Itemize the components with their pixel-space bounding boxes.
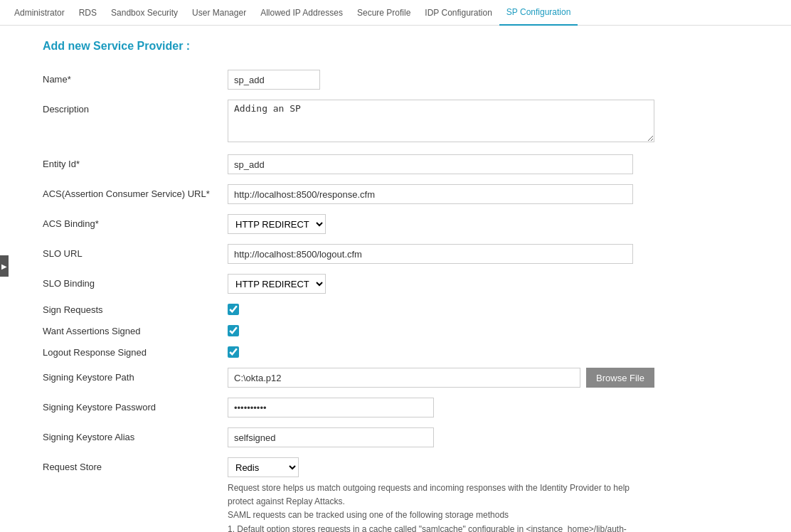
nav-secure-profile[interactable]: Secure Profile xyxy=(350,0,418,26)
signing-keystore-password-row: Signing Keystore Password xyxy=(43,398,763,417)
slo-url-input[interactable] xyxy=(228,244,633,264)
acs-url-row: ACS(Assertion Consumer Service) URL* xyxy=(43,184,763,204)
description-textarea[interactable] xyxy=(228,100,654,142)
nav-allowed-ip[interactable]: Allowed IP Addresses xyxy=(253,0,350,26)
want-assertions-signed-row: Want Assertions Signed xyxy=(43,325,763,336)
signing-keystore-alias-label: Signing Keystore Alias xyxy=(43,427,228,442)
acs-binding-row: ACS Binding* HTTP REDIRECT HTTP POST xyxy=(43,214,763,234)
info-line1: Request store helps us match outgoing re… xyxy=(228,482,654,509)
want-assertions-signed-checkbox[interactable] xyxy=(228,325,239,336)
slo-url-control xyxy=(228,244,654,264)
page-title: Add new Service Provider : xyxy=(43,40,763,53)
entity-id-label: Entity Id* xyxy=(43,154,228,169)
nav-administrator[interactable]: Administrator xyxy=(7,0,72,26)
slo-binding-label: SLO Binding xyxy=(43,274,228,289)
slo-url-row: SLO URL xyxy=(43,244,763,264)
signing-keystore-password-input[interactable] xyxy=(228,398,434,417)
acs-url-input[interactable] xyxy=(228,184,633,204)
signing-keystore-alias-input[interactable] xyxy=(228,427,434,447)
side-toggle[interactable]: ▶ xyxy=(0,255,9,277)
name-row: Name* xyxy=(43,70,763,90)
name-control xyxy=(228,70,654,90)
info-line3: 1. Default option stores requests in a c… xyxy=(228,523,654,532)
signing-keystore-alias-row: Signing Keystore Alias xyxy=(43,427,763,447)
acs-url-control xyxy=(228,184,654,204)
signing-keystore-path-label: Signing Keystore Path xyxy=(43,368,228,383)
signing-keystore-alias-control xyxy=(228,427,654,447)
entity-id-control xyxy=(228,154,654,174)
request-store-info: Request store helps us match outgoing re… xyxy=(228,482,654,532)
slo-binding-control: HTTP REDIRECT HTTP POST xyxy=(228,274,654,294)
slo-binding-row: SLO Binding HTTP REDIRECT HTTP POST xyxy=(43,274,763,294)
sign-requests-checkbox[interactable] xyxy=(228,304,239,315)
info-line2: SAML requests can be tracked using one o… xyxy=(228,509,654,522)
acs-url-label: ACS(Assertion Consumer Service) URL* xyxy=(43,184,228,199)
nav-sandbox-security[interactable]: Sandbox Security xyxy=(104,0,185,26)
description-row: Description xyxy=(43,100,763,144)
request-store-row: Request Store Redis Default Cache Reques… xyxy=(43,457,763,532)
signing-keystore-password-label: Signing Keystore Password xyxy=(43,398,228,413)
toggle-icon: ▶ xyxy=(1,262,7,270)
description-label: Description xyxy=(43,100,228,115)
nav-rds[interactable]: RDS xyxy=(72,0,104,26)
acs-binding-select[interactable]: HTTP REDIRECT HTTP POST xyxy=(228,214,326,234)
logout-response-signed-label: Logout Response Signed xyxy=(43,347,228,358)
name-input[interactable] xyxy=(228,70,320,90)
top-nav: Administrator RDS Sandbox Security User … xyxy=(0,0,791,26)
slo-binding-select[interactable]: HTTP REDIRECT HTTP POST xyxy=(228,274,326,294)
acs-binding-label: ACS Binding* xyxy=(43,214,228,229)
signing-keystore-path-input[interactable] xyxy=(228,368,580,388)
slo-url-label: SLO URL xyxy=(43,244,228,259)
acs-binding-control: HTTP REDIRECT HTTP POST xyxy=(228,214,654,234)
browse-file-button[interactable]: Browse File xyxy=(586,368,654,388)
request-store-control: Redis Default Cache Request store helps … xyxy=(228,457,654,532)
nav-sp-configuration[interactable]: SP Configuration xyxy=(499,0,578,26)
request-store-label: Request Store xyxy=(43,457,228,472)
entity-id-input[interactable] xyxy=(228,154,633,174)
nav-idp-configuration[interactable]: IDP Configuration xyxy=(418,0,499,26)
nav-user-manager[interactable]: User Manager xyxy=(185,0,253,26)
keystore-row: Browse File xyxy=(228,368,654,388)
signing-keystore-path-row: Signing Keystore Path Browse File xyxy=(43,368,763,388)
request-store-select-wrap: Redis Default Cache xyxy=(228,457,654,477)
logout-response-signed-checkbox[interactable] xyxy=(228,346,239,358)
sign-requests-label: Sign Requests xyxy=(43,304,228,315)
signing-keystore-path-control: Browse File xyxy=(228,368,654,388)
want-assertions-signed-label: Want Assertions Signed xyxy=(43,326,228,336)
signing-keystore-password-control xyxy=(228,398,654,417)
request-store-select[interactable]: Redis Default Cache xyxy=(228,457,299,477)
main-content: Add new Service Provider : Name* Descrip… xyxy=(0,26,791,532)
description-control xyxy=(228,100,654,144)
name-label: Name* xyxy=(43,70,228,85)
sign-requests-row: Sign Requests xyxy=(43,304,763,315)
logout-response-signed-row: Logout Response Signed xyxy=(43,346,763,358)
entity-id-row: Entity Id* xyxy=(43,154,763,174)
